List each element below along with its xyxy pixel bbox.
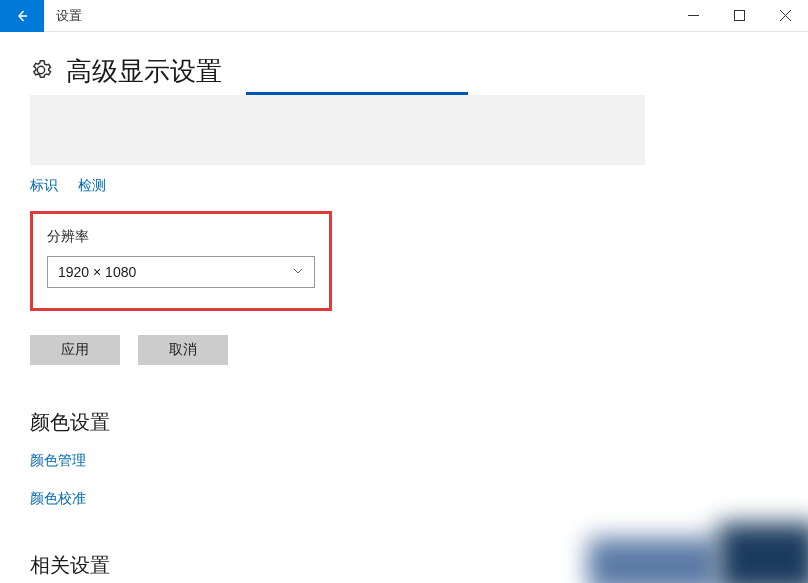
svg-rect-0	[734, 11, 744, 21]
maximize-button[interactable]	[716, 0, 762, 32]
minimize-icon	[688, 10, 699, 21]
close-button[interactable]	[762, 0, 808, 32]
apply-button[interactable]: 应用	[30, 335, 120, 365]
action-buttons: 应用 取消	[30, 335, 778, 365]
window-title: 设置	[56, 7, 82, 25]
corner-smudge	[548, 513, 808, 583]
display-links: 标识 检测	[30, 177, 778, 195]
color-section-heading: 颜色设置	[30, 409, 778, 436]
gear-icon	[30, 59, 52, 85]
resolution-highlight: 分辨率 1920 × 1080	[30, 211, 332, 311]
color-calibration-link[interactable]: 颜色校准	[30, 490, 778, 508]
window-controls	[670, 0, 808, 32]
resolution-label: 分辨率	[47, 228, 315, 246]
content-area: 高级显示设置 标识 检测 分辨率 1920 × 1080 应用 取消 颜色设置 …	[0, 32, 808, 583]
close-icon	[780, 10, 791, 21]
back-button[interactable]	[0, 0, 44, 32]
resolution-select[interactable]: 1920 × 1080	[47, 256, 315, 288]
cancel-button[interactable]: 取消	[138, 335, 228, 365]
minimize-button[interactable]	[670, 0, 716, 32]
identify-link[interactable]: 标识	[30, 177, 58, 195]
titlebar: 设置	[0, 0, 808, 32]
maximize-icon	[734, 10, 745, 21]
resolution-value: 1920 × 1080	[58, 264, 136, 280]
accent-underline	[246, 92, 468, 95]
arrow-left-icon	[14, 8, 30, 24]
detect-link[interactable]: 检测	[78, 177, 106, 195]
chevron-down-icon	[292, 263, 304, 281]
page-title: 高级显示设置	[66, 54, 222, 89]
display-preview	[30, 95, 645, 165]
page-heading-row: 高级显示设置	[30, 54, 778, 89]
color-management-link[interactable]: 颜色管理	[30, 452, 778, 470]
